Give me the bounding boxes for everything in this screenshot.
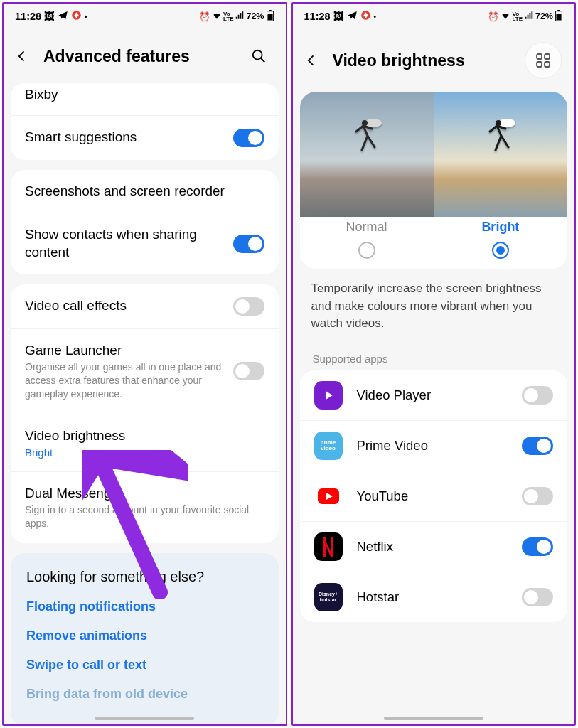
toggle-hotstar[interactable]	[522, 588, 553, 606]
toggle-video-player[interactable]	[522, 386, 553, 405]
svg-point-16	[496, 120, 501, 126]
back-button[interactable]	[301, 50, 321, 70]
mode-option-bright[interactable]: Bright	[434, 220, 567, 259]
svg-rect-3	[267, 14, 272, 20]
status-telegram-icon	[58, 10, 68, 23]
svg-rect-10	[545, 54, 550, 59]
status-battery-icon	[266, 10, 274, 23]
video-player-icon	[314, 381, 343, 410]
netflix-icon	[314, 532, 343, 561]
back-button[interactable]	[12, 46, 32, 66]
radio-normal[interactable]	[358, 242, 375, 259]
status-battery-text: 72%	[246, 11, 264, 21]
apps-grid-button[interactable]	[525, 42, 562, 79]
app-row-prime-video[interactable]: primevideo Prime Video	[300, 420, 568, 471]
app-row-youtube[interactable]: YouTube	[300, 471, 568, 521]
status-dot-icon: •	[85, 13, 87, 21]
sub-game-launcher: Organise all your games all in one place…	[25, 360, 225, 401]
row-dual-messenger[interactable]: Dual Messenger Sign in to a second accou…	[11, 471, 279, 543]
phone-left-advanced-features: 11:28 🖼 • ⏰ VoLTE 72% Advanced features …	[2, 2, 287, 726]
card-video-group: Video call effects Game Launcher Organis…	[11, 284, 279, 544]
preview-normal	[300, 92, 434, 217]
toggle-smart-suggestions[interactable]	[233, 129, 264, 147]
status-diamond-icon	[71, 10, 82, 23]
label-game-launcher: Game Launcher	[25, 342, 225, 360]
page-title: Advanced features	[43, 47, 233, 66]
app-row-video-player[interactable]: Video Player	[300, 370, 568, 420]
toggle-show-contacts[interactable]	[233, 235, 264, 253]
label-show-contacts: Show contacts when sharing content	[25, 226, 225, 261]
status-signal-icon	[524, 11, 534, 23]
toggle-netflix[interactable]	[522, 537, 553, 556]
toggle-video-call-effects[interactable]	[233, 297, 264, 316]
status-gallery-icon: 🖼	[333, 11, 344, 22]
label-screenshots: Screenshots and screen recorder	[25, 183, 264, 200]
search-button[interactable]	[245, 42, 273, 70]
row-video-brightness[interactable]: Video brightness Bright	[11, 414, 279, 471]
divider	[220, 129, 220, 147]
card-looking-for: Looking for something else? Floating not…	[11, 553, 279, 724]
row-video-call-effects[interactable]: Video call effects	[11, 284, 279, 328]
youtube-icon	[314, 482, 343, 510]
status-battery-text: 72%	[535, 11, 553, 21]
label-smart-suggestions: Smart suggestions	[25, 129, 211, 146]
status-wifi-icon	[501, 11, 510, 23]
phone-right-video-brightness: 11:28 🖼 • ⏰ VoLTE 72% Video brightness	[291, 2, 577, 726]
svg-rect-11	[537, 62, 542, 67]
preview-image	[300, 92, 568, 217]
status-dot-icon: •	[374, 13, 377, 21]
navigation-handle[interactable]	[384, 717, 483, 720]
link-floating-notifications[interactable]: Floating notifications	[26, 599, 263, 614]
card-screenshots-group: Screenshots and screen recorder Show con…	[11, 170, 279, 274]
status-volte: VoLTE	[512, 11, 523, 21]
mode-select: Normal Bright	[300, 217, 568, 269]
label-bright: Bright	[434, 220, 567, 235]
svg-rect-8	[556, 14, 561, 20]
row-game-launcher[interactable]: Game Launcher Organise all your games al…	[11, 328, 279, 414]
status-telegram-icon	[347, 10, 358, 23]
video-brightness-content[interactable]: Normal Bright Temporarily increase the s…	[293, 92, 575, 724]
row-show-contacts[interactable]: Show contacts when sharing content	[11, 213, 279, 274]
link-bring-data[interactable]: Bring data from old device	[26, 687, 263, 702]
navigation-handle[interactable]	[95, 717, 194, 720]
status-wifi-icon	[212, 11, 222, 23]
status-time: 11:28	[15, 11, 41, 22]
status-bar: 11:28 🖼 • ⏰ VoLTE 72%	[293, 4, 575, 29]
prime-video-icon: primevideo	[314, 432, 343, 460]
mode-option-normal[interactable]: Normal	[300, 220, 434, 259]
toggle-prime-video[interactable]	[522, 437, 553, 455]
label-video-brightness: Video brightness	[25, 427, 264, 445]
label-dual-messenger: Dual Messenger	[25, 485, 264, 503]
status-battery-icon	[555, 10, 563, 23]
status-signal-icon	[235, 11, 245, 23]
page-title: Video brightness	[333, 51, 514, 70]
app-name: Netflix	[357, 539, 508, 555]
row-bixby[interactable]: Bixby	[11, 83, 279, 115]
status-gallery-icon: 🖼	[44, 11, 55, 22]
label-normal: Normal	[300, 220, 434, 235]
app-name: YouTube	[357, 488, 508, 504]
svg-rect-12	[545, 62, 550, 67]
svg-point-14	[362, 120, 368, 126]
toggle-youtube[interactable]	[522, 487, 553, 505]
svg-rect-9	[537, 54, 542, 59]
radio-bright[interactable]	[492, 242, 509, 259]
app-row-netflix[interactable]: Netflix	[300, 521, 568, 572]
row-smart-suggestions[interactable]: Smart suggestions	[11, 115, 279, 160]
svg-point-4	[252, 50, 262, 60]
link-swipe-to-call[interactable]: Swipe to call or text	[26, 658, 263, 673]
card-bixby-group: Bixby Smart suggestions	[11, 83, 279, 160]
preview-bright	[434, 92, 567, 217]
suggest-title: Looking for something else?	[26, 569, 263, 585]
status-alarm-icon: ⏰	[488, 11, 499, 22]
description: Temporarily increase the screen brightne…	[300, 280, 568, 348]
app-row-hotstar[interactable]: Disney+hotstar Hotstar	[300, 572, 568, 622]
row-screenshots[interactable]: Screenshots and screen recorder	[11, 170, 279, 213]
value-video-brightness: Bright	[25, 446, 264, 459]
label-bixby: Bixby	[25, 86, 264, 104]
link-remove-animations[interactable]: Remove animations	[26, 628, 263, 643]
settings-list[interactable]: Bixby Smart suggestions Screenshots and …	[4, 83, 286, 724]
sub-dual-messenger: Sign in to a second account in your favo…	[25, 503, 264, 530]
toggle-game-launcher[interactable]	[233, 362, 264, 380]
status-time: 11:28	[304, 11, 331, 22]
